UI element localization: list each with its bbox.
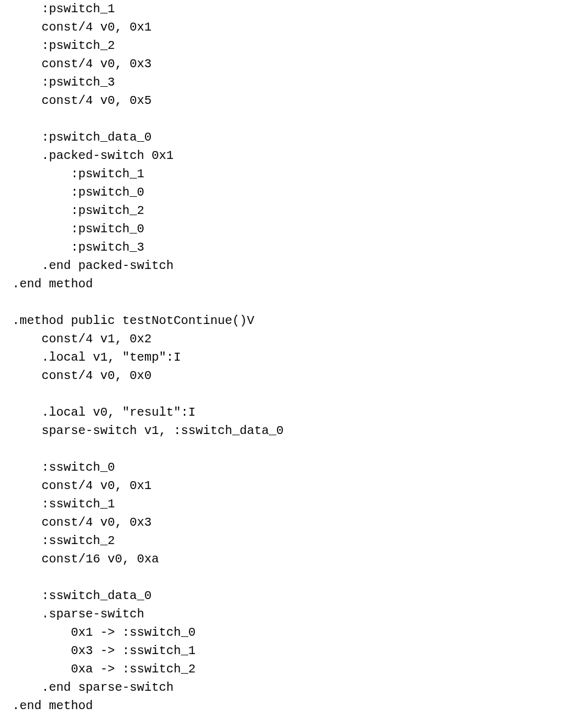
code-line (12, 385, 576, 403)
code-line: .packed-switch 0x1 (12, 147, 576, 165)
code-line: 0x1 -> :sswitch_0 (12, 624, 576, 642)
code-line (12, 569, 576, 587)
code-line: const/4 v0, 0x1 (12, 477, 576, 495)
code-line: :pswitch_3 (12, 73, 576, 92)
code-document: :pswitch_1 const/4 v0, 0x1 :pswitch_2 co… (0, 0, 588, 725)
code-line: :sswitch_1 (12, 495, 576, 513)
code-line: :pswitch_0 (12, 183, 576, 202)
code-line: :pswitch_0 (12, 220, 576, 238)
code-line: .end method (12, 275, 576, 293)
code-line: .end packed-switch (12, 257, 576, 275)
code-line: :pswitch_1 (12, 0, 576, 18)
code-line: :pswitch_2 (12, 37, 576, 55)
code-line: .end sparse-switch (12, 679, 576, 697)
code-line: .local v0, "result":I (12, 403, 576, 422)
code-line: 0xa -> :sswitch_2 (12, 660, 576, 679)
code-line (12, 110, 576, 128)
code-line: :sswitch_2 (12, 532, 576, 550)
code-line: const/4 v0, 0x5 (12, 92, 576, 110)
code-line: const/4 v1, 0x2 (12, 330, 576, 348)
code-line: :pswitch_3 (12, 238, 576, 257)
code-line (12, 293, 576, 312)
code-line: sparse-switch v1, :sswitch_data_0 (12, 422, 576, 440)
code-line: .method public testNotContinue()V (12, 312, 576, 330)
code-line: :sswitch_0 (12, 458, 576, 477)
code-line: :pswitch_1 (12, 165, 576, 183)
code-line: 0x3 -> :sswitch_1 (12, 642, 576, 660)
code-line (12, 440, 576, 458)
code-line: const/4 v0, 0x0 (12, 367, 576, 385)
code-line: .local v1, "temp":I (12, 348, 576, 367)
code-line: const/4 v0, 0x3 (12, 513, 576, 532)
code-block: :pswitch_1 const/4 v0, 0x1 :pswitch_2 co… (12, 0, 576, 715)
code-line: .sparse-switch (12, 605, 576, 624)
code-line: const/16 v0, 0xa (12, 550, 576, 569)
code-line: const/4 v0, 0x3 (12, 55, 576, 73)
code-line: :sswitch_data_0 (12, 587, 576, 605)
code-line: :pswitch_2 (12, 202, 576, 220)
code-line: :pswitch_data_0 (12, 128, 576, 147)
code-line: const/4 v0, 0x1 (12, 18, 576, 37)
code-line: .end method (12, 697, 576, 715)
